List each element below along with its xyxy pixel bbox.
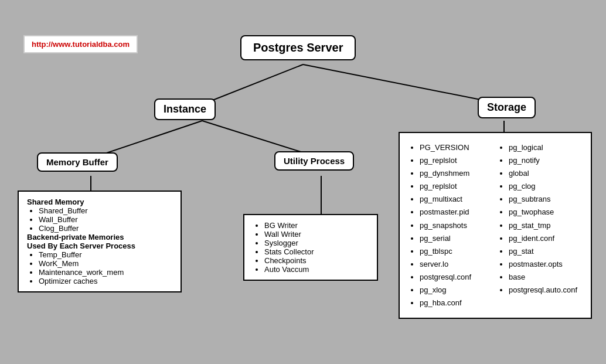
backend-title: Backend-private Memories: [27, 233, 172, 241]
list-item: global: [509, 167, 581, 180]
used-by-title: Used By Each Server Process: [27, 241, 172, 250]
list-item: Auto Vaccum: [264, 265, 369, 274]
list-item: Stats Collector: [264, 247, 369, 256]
list-item: pg_twophase: [509, 206, 581, 219]
list-item: Wall Writer: [264, 230, 369, 239]
list-item: pg_ident.conf: [509, 232, 581, 245]
list-item: base: [509, 271, 581, 284]
list-item: PG_VERSION: [420, 141, 492, 154]
svg-line-1: [303, 64, 504, 104]
list-item: pg_dynshmem: [420, 167, 492, 180]
memory-buffer-content: Shared Memory Shared_Buffer Wall_Buffer …: [18, 190, 182, 292]
list-item: pg_logical: [509, 141, 581, 154]
list-item: WorK_Mem: [39, 259, 172, 268]
list-item: pg_subtrans: [509, 193, 581, 206]
list-item: Optimizer caches: [39, 277, 172, 285]
list-item: pg_clog: [509, 180, 581, 193]
list-item: pg_stat_tmp: [509, 219, 581, 232]
list-item: pg_xlog: [420, 284, 492, 297]
list-item: postmaster.opts: [509, 258, 581, 271]
list-item: Maintenance_work_mem: [39, 268, 172, 277]
memory-buffer-node: Memory Buffer: [37, 152, 118, 172]
list-item: postgresql.auto.conf: [509, 284, 581, 297]
website-badge: http://www.tutorialdba.com: [23, 35, 138, 53]
storage-content: PG_VERSION pg_replslot pg_dynshmem pg_re…: [399, 132, 592, 319]
list-item: Syslogger: [264, 239, 369, 247]
list-item: pg_stat: [509, 245, 581, 258]
list-item: server.lo: [420, 258, 492, 271]
storage-right-list: pg_logical pg_notify global pg_clog pg_s…: [498, 141, 581, 309]
shared-memory-title: Shared Memory: [27, 198, 172, 206]
list-item: Clog_Buffer: [39, 224, 172, 233]
utility-process-content: BG Writer Wall Writer Syslogger Stats Co…: [243, 214, 378, 281]
svg-line-0: [202, 64, 303, 104]
list-item: pg_tblspc: [420, 245, 492, 258]
website-url: http://www.tutorialdba.com: [32, 40, 130, 49]
list-item: pg_replslot: [420, 180, 492, 193]
utility-items-list: BG Writer Wall Writer Syslogger Stats Co…: [253, 221, 369, 274]
list-item: BG Writer: [264, 221, 369, 230]
storage-node: Storage: [478, 97, 536, 118]
list-item: postmaster.pid: [420, 206, 492, 219]
list-item: postgresql.conf: [420, 271, 492, 284]
private-items-list: Temp_Buffer WorK_Mem Maintenance_work_me…: [27, 250, 172, 285]
instance-node: Instance: [154, 98, 216, 120]
storage-left-list: PG_VERSION pg_replslot pg_dynshmem pg_re…: [409, 141, 492, 309]
list-item: pg_notify: [509, 154, 581, 167]
postgres-server-node: Postgres Server: [240, 35, 356, 60]
list-item: pg_replslot: [420, 154, 492, 167]
list-item: pg_hba.conf: [420, 297, 492, 309]
utility-process-node: Utility Process: [274, 151, 354, 171]
list-item: pg_serial: [420, 232, 492, 245]
list-item: Checkpoints: [264, 256, 369, 265]
shared-items-list: Shared_Buffer Wall_Buffer Clog_Buffer: [27, 206, 172, 233]
list-item: Temp_Buffer: [39, 250, 172, 259]
list-item: pg_multixact: [420, 193, 492, 206]
list-item: Wall_Buffer: [39, 215, 172, 224]
list-item: Shared_Buffer: [39, 206, 172, 215]
list-item: pg_snapshots: [420, 219, 492, 232]
